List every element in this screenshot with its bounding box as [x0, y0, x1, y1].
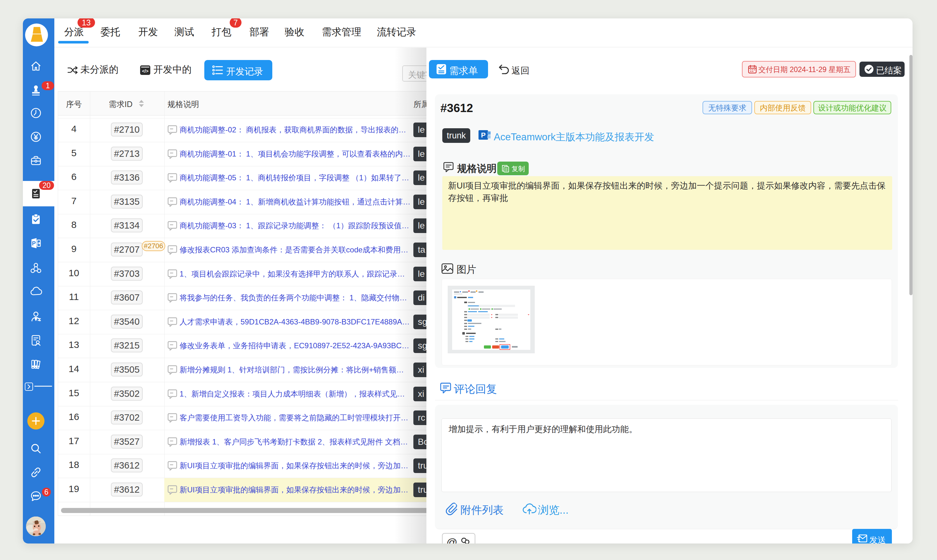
svg-text:P: P — [481, 131, 486, 139]
svg-text:P: P — [32, 240, 36, 247]
svg-text:</>: </> — [142, 69, 148, 74]
